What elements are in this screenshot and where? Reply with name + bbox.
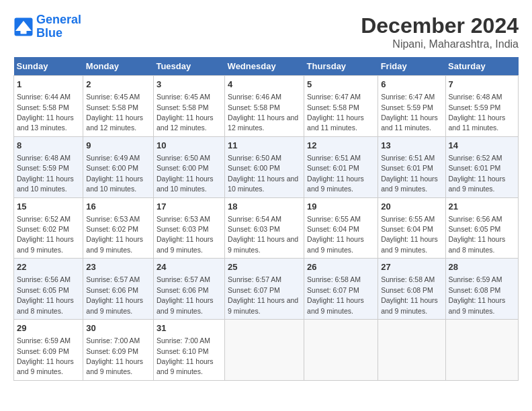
day-number: 28: [449, 261, 515, 273]
main-title: December 2024: [361, 13, 519, 38]
day-info: Sunrise: 6:59 AMSunset: 6:09 PMDaylight:…: [17, 336, 74, 375]
day-info: Sunrise: 6:57 AMSunset: 6:07 PMDaylight:…: [228, 275, 298, 314]
calendar-cell: [378, 320, 445, 381]
day-number: 10: [157, 140, 222, 152]
day-info: Sunrise: 6:47 AMSunset: 5:58 PMDaylight:…: [307, 93, 364, 132]
calendar-cell: 13Sunrise: 6:51 AMSunset: 6:01 PMDayligh…: [378, 136, 445, 197]
day-info: Sunrise: 6:53 AMSunset: 6:02 PMDaylight:…: [86, 215, 143, 254]
calendar-cell: 14Sunrise: 6:52 AMSunset: 6:01 PMDayligh…: [445, 136, 518, 197]
day-number: 4: [228, 79, 301, 91]
day-number: 3: [157, 79, 222, 91]
calendar-week-row: 15Sunrise: 6:52 AMSunset: 6:02 PMDayligh…: [14, 197, 519, 259]
day-number: 15: [17, 201, 80, 213]
weekday-header: Sunday: [14, 57, 83, 76]
calendar-cell: 23Sunrise: 6:57 AMSunset: 6:06 PMDayligh…: [83, 259, 154, 320]
day-number: 19: [307, 201, 375, 213]
calendar-cell: 21Sunrise: 6:56 AMSunset: 6:05 PMDayligh…: [445, 197, 518, 259]
day-number: 9: [86, 140, 150, 152]
calendar-table: SundayMondayTuesdayWednesdayThursdayFrid…: [13, 57, 519, 381]
day-number: 29: [17, 322, 80, 334]
calendar-cell: 10Sunrise: 6:50 AMSunset: 6:00 PMDayligh…: [153, 136, 224, 197]
calendar-cell: 15Sunrise: 6:52 AMSunset: 6:02 PMDayligh…: [14, 197, 83, 259]
day-number: 26: [307, 261, 375, 273]
day-number: 24: [157, 261, 222, 273]
day-number: 20: [381, 201, 442, 213]
calendar-cell: 24Sunrise: 6:57 AMSunset: 6:06 PMDayligh…: [153, 259, 224, 320]
calendar-cell: 27Sunrise: 6:58 AMSunset: 6:08 PMDayligh…: [378, 259, 445, 320]
calendar-cell: 3Sunrise: 6:45 AMSunset: 5:58 PMDaylight…: [153, 76, 224, 137]
calendar-cell: 7Sunrise: 6:48 AMSunset: 5:59 PMDaylight…: [445, 76, 518, 137]
day-info: Sunrise: 6:55 AMSunset: 6:04 PMDaylight:…: [381, 215, 438, 254]
calendar-cell: [304, 320, 378, 381]
day-number: 23: [86, 261, 150, 273]
day-info: Sunrise: 6:48 AMSunset: 5:59 PMDaylight:…: [17, 154, 74, 193]
day-number: 11: [228, 140, 301, 152]
weekday-header: Wednesday: [225, 57, 304, 76]
day-number: 1: [17, 79, 80, 91]
day-info: Sunrise: 6:55 AMSunset: 6:04 PMDaylight:…: [307, 215, 364, 254]
day-info: Sunrise: 6:52 AMSunset: 6:01 PMDaylight:…: [449, 154, 506, 193]
calendar-cell: 20Sunrise: 6:55 AMSunset: 6:04 PMDayligh…: [378, 197, 445, 259]
calendar-cell: 16Sunrise: 6:53 AMSunset: 6:02 PMDayligh…: [83, 197, 154, 259]
calendar-cell: 8Sunrise: 6:48 AMSunset: 5:59 PMDaylight…: [14, 136, 83, 197]
calendar-cell: 25Sunrise: 6:57 AMSunset: 6:07 PMDayligh…: [225, 259, 304, 320]
calendar-week-row: 22Sunrise: 6:56 AMSunset: 6:05 PMDayligh…: [14, 259, 519, 320]
calendar-cell: 19Sunrise: 6:55 AMSunset: 6:04 PMDayligh…: [304, 197, 378, 259]
calendar-week-row: 1Sunrise: 6:44 AMSunset: 5:58 PMDaylight…: [14, 76, 519, 137]
day-info: Sunrise: 6:57 AMSunset: 6:06 PMDaylight:…: [86, 275, 143, 314]
day-info: Sunrise: 6:59 AMSunset: 6:08 PMDaylight:…: [449, 275, 506, 314]
weekday-header: Saturday: [445, 57, 518, 76]
day-number: 12: [307, 140, 375, 152]
day-info: Sunrise: 6:50 AMSunset: 6:00 PMDaylight:…: [157, 154, 214, 193]
calendar-cell: [445, 320, 518, 381]
day-number: 30: [86, 322, 150, 334]
weekday-header: Friday: [378, 57, 445, 76]
calendar-cell: 6Sunrise: 6:47 AMSunset: 5:59 PMDaylight…: [378, 76, 445, 137]
title-block: December 2024 Nipani, Maharashtra, India: [361, 13, 519, 50]
calendar-cell: 26Sunrise: 6:58 AMSunset: 6:07 PMDayligh…: [304, 259, 378, 320]
logo-line2: Blue: [36, 26, 62, 40]
day-info: Sunrise: 6:56 AMSunset: 6:05 PMDaylight:…: [17, 275, 74, 314]
day-number: 17: [157, 201, 222, 213]
day-info: Sunrise: 6:45 AMSunset: 5:58 PMDaylight:…: [86, 93, 143, 132]
day-info: Sunrise: 6:47 AMSunset: 5:59 PMDaylight:…: [381, 93, 438, 132]
calendar-cell: 1Sunrise: 6:44 AMSunset: 5:58 PMDaylight…: [14, 76, 83, 137]
day-number: 14: [449, 140, 515, 152]
calendar-cell: 29Sunrise: 6:59 AMSunset: 6:09 PMDayligh…: [14, 320, 83, 381]
calendar-cell: [225, 320, 304, 381]
day-number: 25: [228, 261, 301, 273]
day-number: 31: [157, 322, 222, 334]
logo-line1: General: [36, 13, 81, 26]
calendar-cell: 5Sunrise: 6:47 AMSunset: 5:58 PMDaylight…: [304, 76, 378, 137]
calendar-cell: 9Sunrise: 6:49 AMSunset: 6:00 PMDaylight…: [83, 136, 154, 197]
calendar-cell: 31Sunrise: 7:00 AMSunset: 6:10 PMDayligh…: [153, 320, 224, 381]
page-header: General Blue December 2024 Nipani, Mahar…: [13, 13, 519, 50]
day-number: 16: [86, 201, 150, 213]
logo-text: General Blue: [36, 13, 81, 40]
calendar-cell: 11Sunrise: 6:50 AMSunset: 6:00 PMDayligh…: [225, 136, 304, 197]
calendar-cell: 18Sunrise: 6:54 AMSunset: 6:03 PMDayligh…: [225, 197, 304, 259]
day-info: Sunrise: 6:52 AMSunset: 6:02 PMDaylight:…: [17, 215, 74, 254]
day-number: 27: [381, 261, 442, 273]
svg-rect-2: [21, 31, 27, 34]
weekday-header: Thursday: [304, 57, 378, 76]
logo-icon: [13, 17, 34, 37]
day-info: Sunrise: 7:00 AMSunset: 6:09 PMDaylight:…: [86, 336, 143, 375]
logo: General Blue: [13, 13, 81, 40]
day-info: Sunrise: 6:49 AMSunset: 6:00 PMDaylight:…: [86, 154, 143, 193]
day-info: Sunrise: 6:58 AMSunset: 6:07 PMDaylight:…: [307, 275, 364, 314]
day-info: Sunrise: 6:58 AMSunset: 6:08 PMDaylight:…: [381, 275, 438, 314]
day-number: 13: [381, 140, 442, 152]
day-info: Sunrise: 6:54 AMSunset: 6:03 PMDaylight:…: [228, 215, 298, 254]
day-info: Sunrise: 6:51 AMSunset: 6:01 PMDaylight:…: [307, 154, 364, 193]
day-info: Sunrise: 6:46 AMSunset: 5:58 PMDaylight:…: [228, 93, 298, 132]
day-info: Sunrise: 6:48 AMSunset: 5:59 PMDaylight:…: [449, 93, 506, 132]
calendar-cell: 30Sunrise: 7:00 AMSunset: 6:09 PMDayligh…: [83, 320, 154, 381]
day-info: Sunrise: 6:50 AMSunset: 6:00 PMDaylight:…: [228, 154, 298, 193]
day-info: Sunrise: 6:45 AMSunset: 5:58 PMDaylight:…: [157, 93, 214, 132]
day-number: 18: [228, 201, 301, 213]
day-number: 8: [17, 140, 80, 152]
day-info: Sunrise: 7:00 AMSunset: 6:10 PMDaylight:…: [157, 336, 214, 375]
calendar-cell: 22Sunrise: 6:56 AMSunset: 6:05 PMDayligh…: [14, 259, 83, 320]
day-info: Sunrise: 6:53 AMSunset: 6:03 PMDaylight:…: [157, 215, 214, 254]
